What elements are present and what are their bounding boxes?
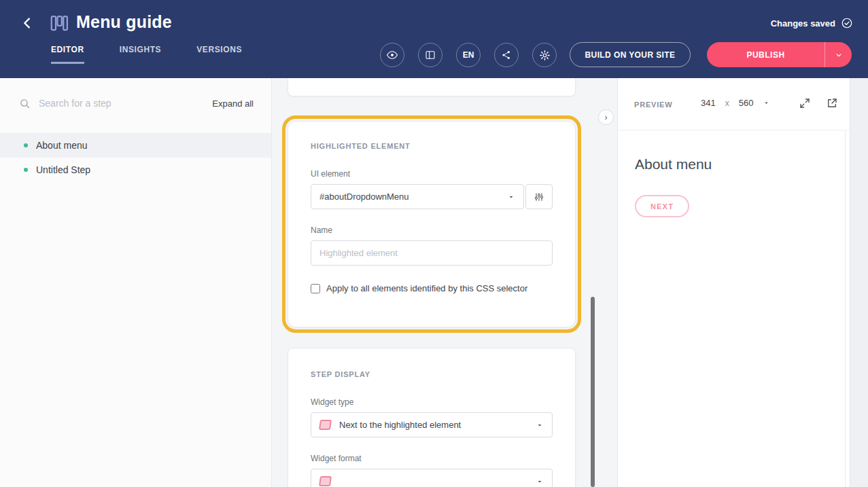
open-in-new-tab-button[interactable] — [825, 96, 839, 110]
highlighted-element-card: HIGHLIGHTED ELEMENT UI element #aboutDro… — [288, 121, 576, 327]
tab-insights[interactable]: INSIGHTS — [120, 45, 161, 64]
highlighted-element-ring: HIGHLIGHTED ELEMENT UI element #aboutDro… — [282, 115, 581, 333]
preview-scrollbar-track — [845, 131, 846, 487]
preview-size-separator: x — [725, 98, 729, 108]
ui-element-label: UI element — [311, 169, 553, 179]
ui-element-row: #aboutDropdownMenu — [311, 184, 553, 209]
settings-button[interactable] — [532, 43, 557, 67]
widget-type-value: Next to the highlighted element — [339, 420, 536, 430]
search-icon — [19, 98, 31, 109]
step-editor-panel: HIGHLIGHTED ELEMENT UI element #aboutDro… — [273, 78, 617, 487]
step-display-card: STEP DISPLAY Widget type Next to the hig… — [288, 348, 576, 487]
chevron-down-icon — [763, 99, 770, 107]
chevron-down-icon — [536, 421, 544, 429]
gear-icon — [539, 50, 551, 61]
preview-size-selector[interactable]: 341 x 560 — [701, 98, 770, 108]
guide-logo-icon — [49, 13, 69, 33]
preview-height-value: 560 — [739, 98, 754, 108]
step-item-untitled-step[interactable]: Untitled Step — [0, 158, 271, 182]
widget-type-select[interactable]: Next to the highlighted element — [311, 412, 553, 437]
step-status-dot — [24, 168, 28, 172]
widget-format-label: Widget format — [311, 454, 553, 463]
preview-title: PREVIEW — [634, 101, 672, 109]
header-tools: EN — [380, 43, 557, 67]
widget-type-icon — [319, 420, 332, 430]
check-circle-icon — [841, 17, 853, 29]
eye-icon — [386, 49, 398, 61]
preview-width-value: 341 — [701, 98, 716, 108]
layout-button[interactable] — [418, 43, 442, 67]
app-header: Menu guide Changes saved EDITOR INSIGHTS… — [0, 0, 868, 78]
step-list: About menu Untitled Step — [0, 133, 271, 182]
language-label: EN — [463, 50, 474, 60]
publish-button-group: PUBLISH — [707, 42, 852, 67]
page-scrollbar-gutter — [850, 78, 868, 487]
changes-saved-label: Changes saved — [771, 18, 835, 29]
widget-format-select[interactable] — [311, 469, 553, 487]
editor-scrollbar-thumb[interactable] — [591, 297, 595, 487]
publish-button[interactable]: PUBLISH — [707, 42, 824, 67]
previous-settings-card — [288, 78, 576, 96]
expand-all-link[interactable]: Expand all — [212, 98, 254, 109]
back-button[interactable] — [18, 14, 37, 33]
share-icon — [501, 50, 512, 60]
apply-all-checkbox[interactable] — [311, 284, 320, 293]
share-button[interactable] — [494, 43, 519, 67]
expand-preview-button[interactable] — [798, 96, 812, 110]
name-label: Name — [311, 226, 553, 235]
tab-versions[interactable]: VERSIONS — [196, 45, 242, 64]
publish-dropdown-button[interactable] — [824, 42, 852, 67]
preview-header-icons — [798, 96, 839, 110]
highlighted-element-name-input[interactable] — [311, 240, 553, 266]
element-picker-button[interactable] — [525, 184, 553, 209]
page-title: Menu guide — [76, 12, 172, 32]
chevron-down-icon — [834, 50, 844, 60]
open-in-new-icon — [826, 97, 838, 109]
apply-all-checkbox-row: Apply to all elements identified by this… — [311, 283, 553, 293]
expand-arrows-icon — [799, 97, 811, 109]
preview-header: PREVIEW 341 x 560 — [618, 78, 850, 130]
step-search-row: Expand all — [0, 78, 271, 128]
language-button[interactable]: EN — [456, 43, 481, 67]
widget-format-icon — [319, 476, 332, 486]
layout-panel-icon — [425, 50, 436, 60]
apply-all-checkbox-label: Apply to all elements identified by this… — [326, 283, 527, 293]
step-item-label: About menu — [36, 140, 88, 151]
tune-sliders-icon — [534, 192, 544, 202]
widget-format-row — [311, 469, 553, 487]
preview-next-button[interactable]: NEXT — [635, 195, 689, 217]
chevron-down-icon — [507, 193, 515, 201]
tab-editor[interactable]: EDITOR — [51, 45, 84, 64]
section-title: HIGHLIGHTED ELEMENT — [311, 142, 553, 150]
editor-tabs: EDITOR INSIGHTS VERSIONS — [51, 45, 242, 64]
step-search-input[interactable] — [39, 98, 204, 109]
changes-saved-status: Changes saved — [771, 17, 853, 29]
widget-type-row: Next to the highlighted element — [311, 412, 553, 437]
step-status-dot — [24, 143, 28, 147]
preview-body: About menu NEXT — [618, 130, 850, 243]
build-on-your-site-button[interactable]: BUILD ON YOUR SITE — [570, 42, 691, 67]
preview-step-title: About menu — [635, 156, 833, 173]
collapse-panel-toggle[interactable]: › — [598, 109, 614, 125]
widget-type-label: Widget type — [311, 397, 553, 407]
step-item-label: Untitled Step — [36, 164, 90, 175]
steps-sidebar: Expand all About menu Untitled Step — [0, 78, 272, 487]
chevron-down-icon — [536, 477, 544, 486]
ui-element-select[interactable]: #aboutDropdownMenu — [311, 184, 524, 209]
preview-eye-button[interactable] — [380, 43, 404, 67]
preview-panel: PREVIEW 341 x 560 About menu NEXT — [617, 78, 850, 487]
step-item-about-menu[interactable]: About menu — [0, 133, 271, 158]
chevron-left-icon — [20, 16, 35, 31]
ui-element-value: #aboutDropdownMenu — [319, 192, 507, 202]
section-title: STEP DISPLAY — [311, 370, 553, 378]
